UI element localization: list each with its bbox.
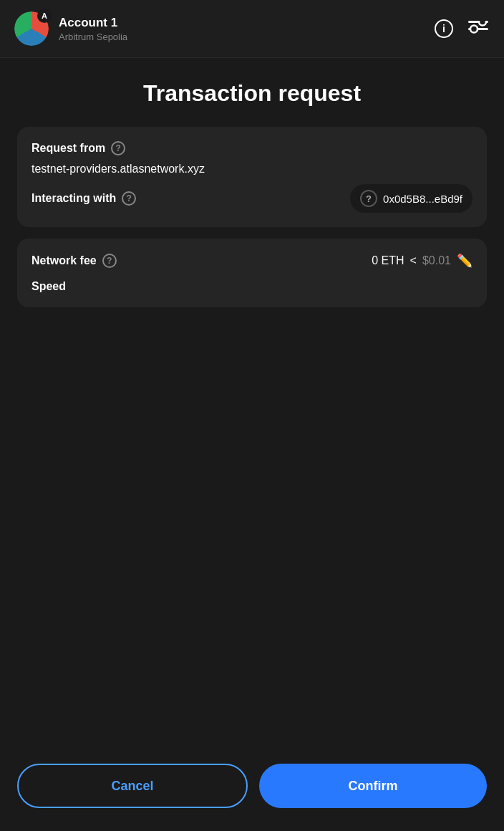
account-info: Account 1 Arbitrum Sepolia <box>59 16 432 42</box>
account-name: Account 1 <box>59 16 432 30</box>
request-from-label: Request from ? <box>32 141 125 155</box>
interacting-with-label: Interacting with ? <box>32 191 136 206</box>
speed-label: Speed <box>32 280 472 293</box>
fee-row: Network fee ? 0 ETH < $0.01 ✏️ <box>32 253 472 269</box>
fee-eth: 0 ETH <box>372 254 404 267</box>
avatar-container: A <box>14 11 49 46</box>
interacting-with-row: Interacting with ? ? 0x0d5B8...eBd9f <box>32 184 472 213</box>
network-fee-card: Network fee ? 0 ETH < $0.01 ✏️ Speed <box>17 239 487 307</box>
cancel-button[interactable]: Cancel <box>17 764 248 808</box>
settings-button[interactable] <box>467 17 490 40</box>
header-icons: i <box>432 17 490 40</box>
bottom-bar: Cancel Confirm <box>0 749 504 831</box>
request-from-card: Request from ? testnet-providers.atlasne… <box>17 127 487 227</box>
confirm-button[interactable]: Confirm <box>259 764 487 808</box>
fee-usd: $0.01 <box>422 254 451 267</box>
info-icon: i <box>435 19 453 38</box>
interacting-with-help-icon[interactable]: ? <box>122 191 136 206</box>
main-content: Transaction request Request from ? testn… <box>0 58 504 333</box>
info-button[interactable]: i <box>432 17 455 40</box>
request-from-url: testnet-providers.atlasnetwork.xyz <box>32 163 472 176</box>
network-fee-label: Network fee ? <box>32 254 117 268</box>
svg-point-1 <box>479 21 486 26</box>
request-from-help-icon[interactable]: ? <box>111 141 125 155</box>
svg-point-3 <box>470 26 478 33</box>
address-text: 0x0d5B8...eBd9f <box>383 193 462 205</box>
edit-fee-icon[interactable]: ✏️ <box>457 253 472 269</box>
network-fee-help-icon[interactable]: ? <box>102 254 117 268</box>
header: A Account 1 Arbitrum Sepolia i <box>0 0 504 58</box>
fee-separator: < <box>410 254 417 267</box>
page-title: Transaction request <box>17 80 487 107</box>
network-name: Arbitrum Sepolia <box>59 32 432 42</box>
avatar-badge: A <box>37 9 52 23</box>
request-from-row: Request from ? <box>32 141 472 155</box>
settings-icon <box>468 21 488 37</box>
address-badge[interactable]: ? 0x0d5B8...eBd9f <box>350 184 472 213</box>
fee-value: 0 ETH < $0.01 ✏️ <box>372 253 472 269</box>
address-question-icon: ? <box>360 190 377 207</box>
